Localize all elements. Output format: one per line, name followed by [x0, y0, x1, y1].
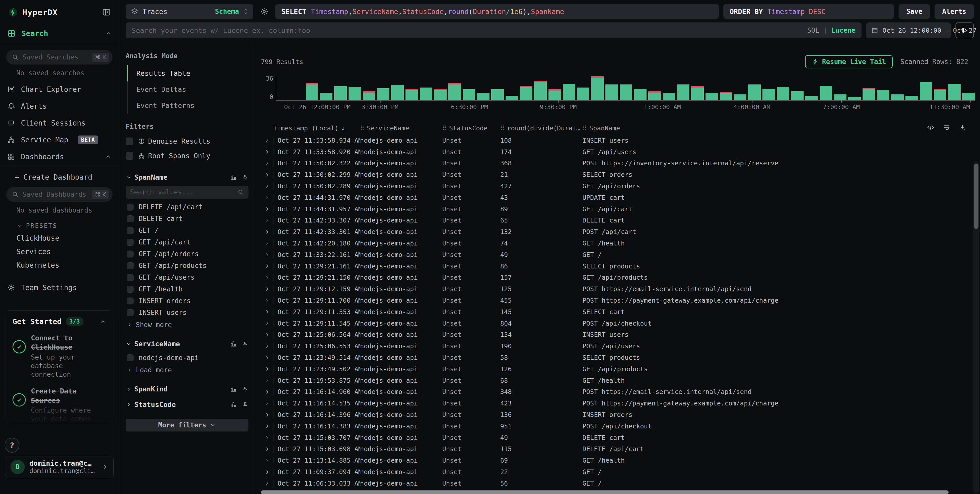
pin-icon[interactable]: [242, 174, 248, 181]
table-row[interactable]: Oct 27 11:29:11.700 AM nodejs-demo-api U…: [261, 295, 980, 306]
table-row[interactable]: Oct 27 11:42:20.180 AM nodejs-demo-api U…: [261, 238, 980, 249]
expand-row-chevron-icon[interactable]: [261, 149, 273, 154]
preset-dashboard-item[interactable]: Services: [0, 245, 119, 259]
checkbox[interactable]: [127, 203, 134, 211]
source-settings-gear-icon[interactable]: [258, 7, 270, 16]
filter-option[interactable]: GET /api/cart: [126, 236, 248, 248]
checkbox[interactable]: [127, 309, 134, 316]
histogram-bar[interactable]: [834, 94, 846, 100]
histogram-bar[interactable]: [334, 86, 347, 100]
vertical-scrollbar[interactable]: [974, 162, 979, 493]
table-row[interactable]: Oct 27 11:25:06.553 AM nodejs-demo-api U…: [261, 340, 980, 352]
table-row[interactable]: Oct 27 11:16:14.960 AM nodejs-demo-api U…: [261, 386, 980, 398]
histogram-bar[interactable]: [320, 93, 332, 100]
checkbox[interactable]: [127, 251, 134, 257]
sidebar-item-dashboards[interactable]: Dashboards: [0, 148, 119, 165]
chart-column-icon[interactable]: [230, 401, 237, 408]
expand-row-chevron-icon[interactable]: [261, 389, 273, 394]
table-row[interactable]: Oct 27 11:15:03.698 AM nodejs-demo-api U…: [261, 443, 980, 455]
histogram-bar[interactable]: [819, 86, 832, 100]
histogram-bar[interactable]: [591, 76, 604, 100]
column-servicename[interactable]: ⠿ ServiceName: [360, 124, 442, 132]
table-row[interactable]: Oct 27 11:50:02.322 AM nodejs-demo-api U…: [261, 158, 980, 169]
checkbox[interactable]: [126, 152, 133, 160]
column-timestamp[interactable]: Timestamp (Local) ↓: [273, 124, 360, 132]
histogram-bar[interactable]: [634, 89, 646, 100]
expand-row-chevron-icon[interactable]: [261, 470, 273, 475]
histogram-bar[interactable]: [648, 91, 661, 100]
histogram-bar[interactable]: [477, 93, 490, 100]
histogram-bar[interactable]: [520, 86, 532, 100]
histogram-bar[interactable]: [677, 84, 689, 100]
denoise-results-toggle[interactable]: Denoise Results: [126, 134, 248, 149]
histogram-bar[interactable]: [777, 87, 789, 100]
histogram-bar[interactable]: [720, 92, 732, 100]
histogram-bar[interactable]: [948, 84, 961, 100]
histogram-bar[interactable]: [305, 83, 318, 100]
table-row[interactable]: Oct 27 11:23:49.502 AM nodejs-demo-api U…: [261, 363, 980, 375]
expand-row-chevron-icon[interactable]: [261, 458, 273, 463]
chart-column-icon[interactable]: [230, 386, 237, 392]
histogram-bar[interactable]: [406, 89, 418, 100]
lucene-toggle[interactable]: Lucene: [831, 27, 855, 34]
event-search-bar[interactable]: SQL | Lucene: [126, 22, 862, 38]
histogram-bar[interactable]: [748, 84, 760, 100]
histogram-bar[interactable]: [934, 89, 946, 100]
table-row[interactable]: Oct 27 11:16:14.383 AM nodejs-demo-api U…: [261, 421, 980, 432]
histogram-bar[interactable]: [534, 81, 547, 100]
histogram-bar[interactable]: [691, 86, 704, 100]
sidebar-item-search[interactable]: Search: [0, 24, 119, 42]
histogram-bar[interactable]: [620, 84, 632, 100]
table-row[interactable]: Oct 27 11:42:33.307 AM nodejs-demo-api U…: [261, 215, 980, 226]
analysis-mode-item[interactable]: Results Table: [127, 65, 248, 81]
expand-row-chevron-icon[interactable]: [261, 332, 273, 337]
wrap-text-icon[interactable]: [943, 124, 950, 131]
chart-column-icon[interactable]: [230, 341, 237, 347]
preset-dashboard-item[interactable]: Kubernetes: [0, 259, 119, 272]
collapse-sidebar-icon[interactable]: [102, 8, 111, 17]
histogram-bar[interactable]: [734, 94, 747, 100]
source-select[interactable]: Traces Schema: [126, 4, 253, 19]
filter-option[interactable]: GET /api/products: [126, 260, 248, 272]
get-started-item[interactable]: Create Data Sources Configure where your…: [13, 387, 106, 423]
expand-row-chevron-icon[interactable]: [261, 172, 273, 177]
drag-handle-icon[interactable]: ⠿: [582, 125, 587, 132]
sidebar-item-client-sessions[interactable]: Client Sessions: [0, 114, 119, 132]
filter-option[interactable]: GET /: [126, 224, 248, 236]
table-row[interactable]: Oct 27 11:23:49.514 AM nodejs-demo-api U…: [261, 352, 980, 363]
table-row[interactable]: Oct 27 11:44:31.970 AM nodejs-demo-api U…: [261, 192, 980, 203]
filter-option[interactable]: GET /api/orders: [126, 248, 248, 260]
drag-handle-icon[interactable]: ⠿: [500, 125, 504, 132]
histogram-bar[interactable]: [963, 93, 975, 100]
histogram-bar[interactable]: [920, 82, 932, 100]
table-row[interactable]: Oct 27 11:50:02.299 AM nodejs-demo-api U…: [261, 169, 980, 180]
histogram-bar[interactable]: [391, 85, 404, 100]
filter-section-spanname[interactable]: SpanName: [126, 171, 248, 184]
pin-icon[interactable]: [242, 341, 248, 347]
expand-row-chevron-icon[interactable]: [261, 206, 273, 211]
table-row[interactable]: Oct 27 11:29:11.545 AM nodejs-demo-api U…: [261, 318, 980, 329]
show-more-link[interactable]: Show more: [126, 318, 248, 330]
histogram-bar[interactable]: [348, 87, 361, 100]
saved-dashboards-search[interactable]: ⌘ K: [6, 187, 113, 202]
checkbox[interactable]: [127, 215, 134, 222]
expand-row-chevron-icon[interactable]: [261, 298, 273, 303]
table-row[interactable]: Oct 27 11:53:58.934 AM nodejs-demo-api U…: [261, 135, 980, 146]
event-search-input[interactable]: [132, 27, 803, 35]
histogram-bar[interactable]: [577, 87, 589, 100]
horizontal-scrollbar-thumb[interactable]: [261, 491, 948, 494]
table-row[interactable]: Oct 27 11:29:21.161 AM nodejs-demo-api U…: [261, 261, 980, 272]
histogram-bar[interactable]: [491, 89, 504, 100]
filter-option[interactable]: INSERT users: [126, 307, 248, 318]
expand-row-chevron-icon[interactable]: [261, 252, 273, 257]
more-filters-button[interactable]: More filters: [126, 419, 248, 432]
spanname-search-input[interactable]: [130, 188, 235, 196]
histogram-bar[interactable]: [605, 84, 618, 100]
horizontal-scrollbar[interactable]: [261, 491, 970, 494]
histogram-bar[interactable]: [905, 96, 918, 100]
expand-row-chevron-icon[interactable]: [261, 344, 273, 349]
expand-row-chevron-icon[interactable]: [261, 401, 273, 406]
filter-option[interactable]: nodejs-demo-api: [126, 352, 248, 364]
expand-row-chevron-icon[interactable]: [261, 481, 273, 486]
sidebar-item-service-map[interactable]: Service Map BETA: [0, 132, 119, 148]
